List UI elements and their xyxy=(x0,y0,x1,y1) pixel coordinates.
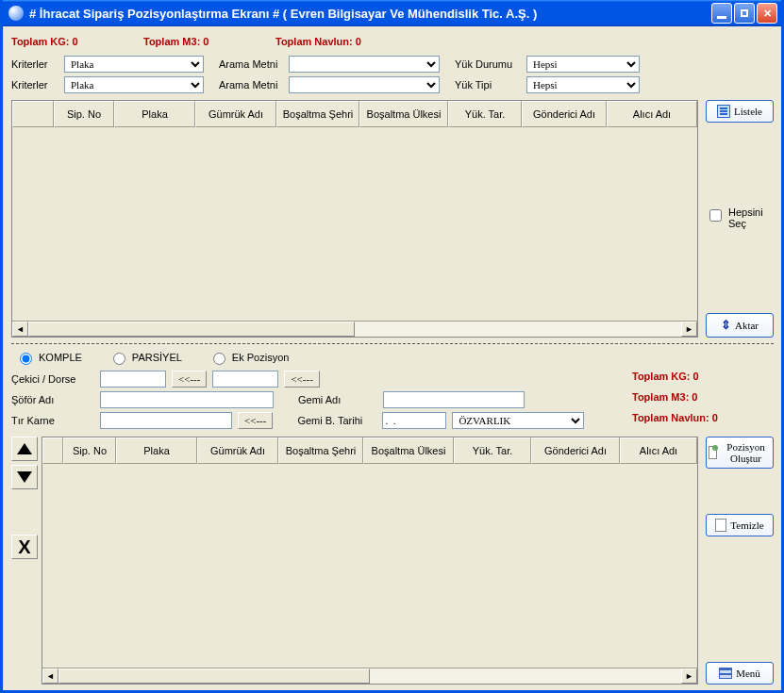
radio-komple[interactable]: KOMPLE xyxy=(15,350,82,365)
gh-yuktar[interactable]: Yük. Tar. xyxy=(448,101,522,127)
transfer-icon: ⇕ xyxy=(721,318,731,333)
dorse-input[interactable] xyxy=(212,371,278,388)
close-button[interactable]: ✕ xyxy=(757,3,777,24)
gemib-label: Gemi B. Tarihi xyxy=(297,415,373,426)
move-down-button[interactable] xyxy=(11,465,38,489)
move-up-button[interactable] xyxy=(11,437,38,461)
sofor-input[interactable] xyxy=(100,391,274,408)
window-title: # İhracat Sipariş Pozisyonlaştırma Ekran… xyxy=(29,7,711,21)
gh-gumruk[interactable]: Gümrük Adı xyxy=(195,101,276,127)
total-navlun: Toplam Navlun: 0 xyxy=(275,36,361,47)
menu-label: Menü xyxy=(736,668,760,679)
cekici-arrow-button[interactable]: <<--- xyxy=(172,371,207,388)
scroll-thumb-2[interactable] xyxy=(58,668,370,684)
gh-blank[interactable] xyxy=(12,101,54,127)
radio-row: KOMPLE PARSİYEL Ek Pozisyon xyxy=(11,348,774,369)
gh2-sipno[interactable]: Sip. No xyxy=(63,437,116,464)
scroll-right-icon-2[interactable]: ► xyxy=(681,668,697,684)
gh2-gumruk[interactable]: Gümrük Adı xyxy=(197,437,278,464)
total2-m3: Toplam M3: 0 xyxy=(632,391,774,412)
yuk-tipi-label: Yük Tipi xyxy=(455,79,523,91)
arrow-down-icon xyxy=(17,471,32,483)
titlebar: # İhracat Sipariş Pozisyonlaştırma Ekran… xyxy=(3,0,781,26)
radio-parsiyel[interactable]: PARSİYEL xyxy=(108,350,182,365)
yuk-durumu-combo[interactable]: Hepsi xyxy=(526,56,640,73)
kriter-combo-2[interactable]: Plaka xyxy=(64,76,204,93)
arama-combo-1[interactable] xyxy=(289,56,440,73)
listele-button[interactable]: Listele xyxy=(706,100,774,123)
cekici-input[interactable] xyxy=(100,371,166,388)
total-kg: Toplam KG: 0 xyxy=(11,36,143,47)
kriter-combo-1[interactable]: Plaka xyxy=(64,56,204,73)
bottom-grid-scrollbar[interactable]: ◄ ► xyxy=(42,668,697,684)
filter-row-2: Kriterler Plaka Arama Metni Yük Tipi Hep… xyxy=(11,75,774,94)
total-m3: Toplam M3: 0 xyxy=(143,36,275,47)
dorse-arrow-button[interactable]: <<--- xyxy=(284,371,319,388)
hepsini-sec-check[interactable]: Hepsini Seç xyxy=(706,206,774,229)
radio-ek[interactable]: Ek Pozisyon xyxy=(209,350,290,365)
menu-button[interactable]: Menü xyxy=(706,662,774,685)
minimize-button[interactable] xyxy=(711,3,732,24)
kriterler-label-1: Kriterler xyxy=(11,58,60,70)
gh-gonderici[interactable]: Gönderici Adı xyxy=(522,101,607,127)
x-icon: X xyxy=(18,536,30,558)
yuk-tipi-combo[interactable]: Hepsi xyxy=(526,76,640,93)
menu-icon xyxy=(719,668,732,679)
gh-bosaltma-sehri[interactable]: Boşaltma Şehri xyxy=(276,101,359,127)
maximize-button[interactable] xyxy=(734,3,755,24)
pozisyon-label: Pozisyon Oluştur xyxy=(721,441,771,464)
total2-navlun: Toplam Navlun: 0 xyxy=(632,412,774,433)
listele-label: Listele xyxy=(734,106,762,117)
gh2-blank[interactable] xyxy=(42,437,63,464)
new-doc-icon xyxy=(709,446,717,459)
blank-doc-icon xyxy=(715,519,726,532)
pozisyon-olustur-button[interactable]: Pozisyon Oluştur xyxy=(706,437,774,469)
top-grid-body[interactable] xyxy=(12,127,697,321)
remove-button[interactable]: X xyxy=(11,535,38,559)
scroll-right-icon[interactable]: ► xyxy=(681,322,697,337)
gh2-bosaltma-ulkesi[interactable]: Boşaltma Ülkesi xyxy=(363,437,454,464)
cekici-label: Çekici / Dorse xyxy=(11,373,94,385)
tir-arrow-button[interactable]: <<--- xyxy=(238,412,273,429)
kriterler-label-2: Kriterler xyxy=(11,79,60,91)
gh2-gonderici[interactable]: Gönderici Adı xyxy=(531,437,620,464)
top-grid-scrollbar[interactable]: ◄ ► xyxy=(12,321,697,337)
scroll-thumb[interactable] xyxy=(28,322,355,337)
bottom-grid-body[interactable] xyxy=(42,464,697,668)
gh2-alici[interactable]: Alıcı Adı xyxy=(620,437,697,464)
top-grid[interactable]: Sip. No Plaka Gümrük Adı Boşaltma Şehri … xyxy=(11,100,698,338)
gh-alici[interactable]: Alıcı Adı xyxy=(607,101,697,127)
arama-combo-2[interactable] xyxy=(289,76,440,93)
tir-label: Tır Karne xyxy=(11,415,94,426)
total2-kg: Toplam KG: 0 xyxy=(632,371,774,391)
aktar-button[interactable]: ⇕ Aktar xyxy=(706,313,774,338)
tir-input[interactable] xyxy=(100,412,232,429)
gh2-plaka[interactable]: Plaka xyxy=(116,437,197,464)
sofor-label: Şöför Adı xyxy=(11,394,94,405)
aktar-label: Aktar xyxy=(735,320,759,331)
list-icon xyxy=(717,105,730,118)
temizle-label: Temizle xyxy=(730,520,763,531)
ozvarlik-combo[interactable]: ÖZVARLIK xyxy=(452,412,584,429)
gemi-label: Gemi Adı xyxy=(298,394,374,405)
app-icon xyxy=(8,6,24,21)
arrow-up-icon xyxy=(17,443,32,454)
gemib-input[interactable] xyxy=(382,412,446,429)
scroll-left-icon[interactable]: ◄ xyxy=(12,322,28,337)
gh2-bosaltma-sehri[interactable]: Boşaltma Şehri xyxy=(278,437,363,464)
bottom-grid[interactable]: Sip. No Plaka Gümrük Adı Boşaltma Şehri … xyxy=(42,437,698,685)
divider xyxy=(11,343,774,344)
temizle-button[interactable]: Temizle xyxy=(706,514,774,536)
gh-bosaltma-ulkesi[interactable]: Boşaltma Ülkesi xyxy=(359,101,448,127)
gh-plaka[interactable]: Plaka xyxy=(114,101,195,127)
hepsini-sec-label: Hepsini Seç xyxy=(728,206,774,229)
gemi-input[interactable] xyxy=(383,391,525,408)
hepsini-sec-checkbox[interactable] xyxy=(709,209,722,222)
scroll-left-icon-2[interactable]: ◄ xyxy=(42,668,58,684)
arama-label-2: Arama Metni xyxy=(219,79,285,91)
gh2-yuktar[interactable]: Yük. Tar. xyxy=(454,437,531,464)
gh-sipno[interactable]: Sip. No xyxy=(54,101,114,127)
top-grid-header: Sip. No Plaka Gümrük Adı Boşaltma Şehri … xyxy=(12,101,697,127)
filter-row-1: Kriterler Plaka Arama Metni Yük Durumu H… xyxy=(11,55,774,74)
arama-label-1: Arama Metni xyxy=(219,58,285,70)
